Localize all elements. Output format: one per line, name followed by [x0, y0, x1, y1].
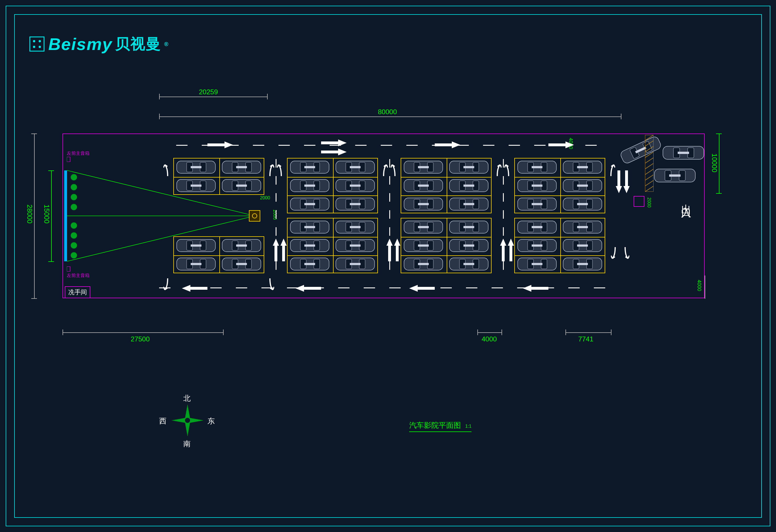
lane-dash	[275, 261, 276, 270]
lane-dash	[389, 176, 390, 185]
lane-dash	[560, 145, 571, 146]
turn-arrow-icon	[266, 278, 274, 293]
dim-tick	[621, 113, 621, 119]
dim-bot-left: 27500	[131, 335, 150, 343]
car-icon	[448, 178, 490, 193]
turn-arrow-icon	[607, 162, 615, 176]
car-icon	[402, 178, 444, 193]
lane-dash	[338, 287, 350, 288]
turn-arrow-icon	[611, 247, 619, 261]
lane-dash	[389, 227, 390, 236]
dim-right-top: 10000	[710, 154, 718, 173]
car-icon	[448, 197, 490, 212]
lane-dash	[503, 176, 504, 185]
lane-dash	[278, 145, 290, 146]
drawing-title: 汽车影院平面图 1:1	[409, 421, 471, 432]
dim-left-full-line	[34, 134, 35, 298]
flow-arrow-icon	[321, 139, 347, 147]
car-icon	[289, 256, 331, 272]
car-icon	[562, 178, 603, 193]
car-icon	[220, 178, 262, 193]
svg-point-1	[33, 40, 35, 42]
lane-dash	[287, 287, 299, 288]
svg-line-28	[645, 169, 653, 175]
speaker-label-bl: 左前主音箱	[67, 273, 89, 279]
car-icon	[402, 220, 444, 235]
lane-dash	[503, 261, 504, 270]
dim-tick	[716, 134, 722, 134]
lane-dash	[503, 227, 504, 236]
lane-dash	[543, 287, 554, 288]
projector-box	[249, 210, 260, 222]
dim-tick	[48, 261, 54, 262]
svg-line-26	[645, 158, 653, 163]
svg-marker-47	[616, 171, 622, 193]
car-icon	[516, 220, 558, 235]
flow-arrow-icon	[280, 239, 287, 261]
logo-reg: ®	[164, 41, 169, 47]
entrance-booth	[634, 196, 644, 207]
dim-top-partial: 20259	[199, 88, 218, 96]
dim-tick	[31, 134, 37, 134]
car-icon	[289, 160, 331, 175]
svg-marker-39	[409, 285, 435, 292]
dim-right-top-line	[719, 134, 720, 193]
car-icon	[289, 197, 331, 212]
svg-marker-48	[623, 171, 630, 193]
dim-tick	[565, 329, 566, 335]
car-icon	[175, 178, 217, 193]
flow-arrow-icon	[615, 171, 622, 193]
compass-w: 西	[159, 416, 167, 426]
turn-arrow-icon	[379, 162, 388, 176]
svg-line-30	[645, 180, 653, 186]
car-icon	[562, 256, 603, 272]
lane-dash	[176, 145, 188, 146]
lane-dash	[389, 244, 390, 253]
lane-dash	[236, 287, 247, 288]
flow-arrow-icon	[623, 171, 630, 193]
car-icon	[175, 160, 217, 175]
lane-dash	[389, 287, 401, 288]
car-icon	[516, 256, 558, 272]
svg-rect-0	[30, 37, 44, 51]
svg-marker-44	[394, 239, 400, 261]
lane-dash	[389, 261, 390, 270]
dim-screen-line	[51, 171, 52, 261]
lane-dash	[364, 287, 375, 288]
dim-bot-gap-line	[477, 332, 502, 333]
car-icon	[516, 178, 558, 193]
svg-marker-40	[523, 285, 548, 292]
lane-dash	[585, 145, 597, 146]
lane-dash	[389, 210, 390, 219]
lane-dash	[275, 193, 276, 202]
lane-dash	[457, 145, 469, 146]
title-scale: 1:1	[465, 424, 471, 429]
lane-dash	[503, 210, 504, 219]
flow-arrow-icon	[523, 284, 548, 293]
car-icon	[516, 197, 558, 212]
turn-arrow-icon	[163, 162, 172, 176]
dim-tick	[502, 329, 502, 335]
dim-tick	[223, 329, 224, 335]
car-icon	[289, 238, 331, 253]
brand-logo: Beismy 贝视曼 ®	[28, 34, 169, 54]
lane-dash	[509, 145, 520, 146]
car-icon	[516, 238, 558, 253]
car-icon	[402, 197, 444, 212]
lane-dash	[304, 145, 316, 146]
projector-icon	[249, 211, 260, 221]
speaker-icon	[67, 157, 70, 162]
car-icon	[653, 168, 696, 184]
car-icon	[220, 160, 262, 175]
dim-left-full: 28000	[26, 205, 33, 224]
car-icon	[289, 220, 331, 235]
car-icon	[402, 160, 444, 175]
dim-tick	[716, 193, 722, 194]
turn-arrow-icon	[391, 162, 399, 176]
lane-dash	[389, 193, 390, 202]
lane-dash	[275, 159, 276, 168]
lane-dash	[492, 287, 503, 288]
svg-point-4	[39, 46, 41, 48]
lane-dash	[503, 193, 504, 202]
svg-point-51	[185, 418, 190, 423]
